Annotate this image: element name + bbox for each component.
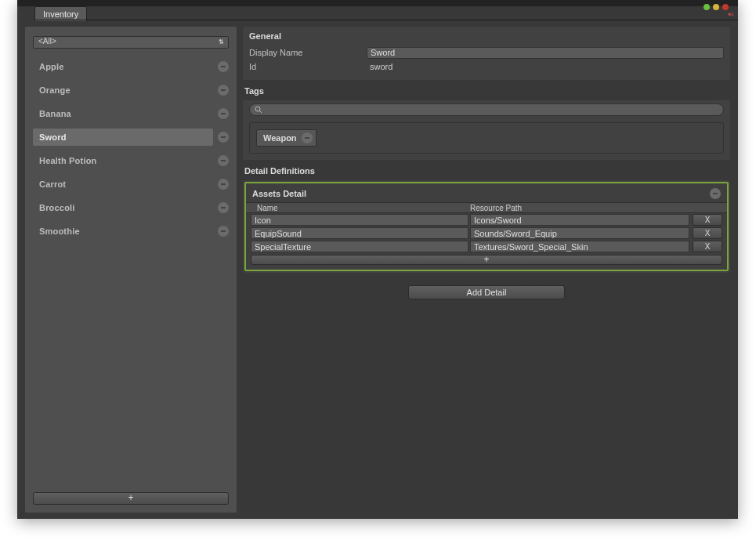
top-toolbar bbox=[17, 0, 738, 6]
svg-point-8 bbox=[255, 107, 260, 111]
status-dot-red[interactable] bbox=[722, 4, 729, 10]
remove-item-button[interactable] bbox=[218, 85, 229, 96]
display-name-label: Display Name bbox=[249, 48, 367, 57]
id-value: sword bbox=[367, 62, 724, 71]
remove-item-button[interactable] bbox=[218, 179, 229, 190]
tags-title: Tags bbox=[243, 83, 730, 100]
svg-rect-3 bbox=[221, 136, 226, 138]
svg-rect-6 bbox=[221, 207, 226, 208]
filter-value: <All> bbox=[33, 36, 229, 49]
general-section: General Display Name Id sword bbox=[243, 27, 730, 80]
svg-rect-2 bbox=[221, 113, 226, 114]
sidebar-row: Sword bbox=[33, 125, 229, 149]
tags-section: Weapon bbox=[243, 100, 730, 160]
sidebar-row: Health Potion bbox=[33, 149, 229, 172]
tag-search-input[interactable] bbox=[249, 103, 724, 116]
sidebar-item[interactable]: Carrot bbox=[33, 176, 213, 193]
sidebar-item[interactable]: Apple bbox=[33, 58, 213, 75]
assets-detail-panel: Assets Detail Name Resource Path XXX + bbox=[244, 182, 729, 271]
status-dot-green[interactable] bbox=[704, 4, 710, 10]
detail-definitions-title: Detail Definitions bbox=[243, 163, 730, 180]
svg-rect-7 bbox=[221, 230, 226, 232]
svg-rect-5 bbox=[221, 183, 226, 185]
remove-item-button[interactable] bbox=[218, 226, 229, 237]
remove-panel-button[interactable] bbox=[710, 188, 721, 199]
window-menu-icon[interactable]: ▾≡ bbox=[728, 11, 733, 18]
asset-name-input[interactable] bbox=[251, 227, 468, 239]
tab-strip: Inventory bbox=[34, 6, 87, 20]
sidebar: <All> ⇅ AppleOrangeBananaSwordHealth Pot… bbox=[25, 27, 237, 513]
remove-item-button[interactable] bbox=[218, 202, 229, 213]
editor-window: Inventory ▾≡ <All> ⇅ AppleOrangeBananaSw… bbox=[17, 0, 738, 519]
item-list: AppleOrangeBananaSwordHealth PotionCarro… bbox=[33, 55, 229, 492]
asset-name-input[interactable] bbox=[251, 214, 468, 226]
sidebar-row: Broccoli bbox=[33, 196, 229, 219]
add-detail-button[interactable]: Add Detail bbox=[408, 285, 565, 299]
sidebar-item[interactable]: Orange bbox=[33, 82, 213, 99]
table-row: X bbox=[246, 227, 727, 240]
table-row: X bbox=[246, 240, 727, 253]
filter-dropdown[interactable]: <All> ⇅ bbox=[33, 36, 229, 49]
assets-table-header: Name Resource Path bbox=[246, 202, 727, 213]
asset-name-input[interactable] bbox=[251, 241, 468, 252]
sidebar-item[interactable]: Smoothie bbox=[33, 223, 213, 240]
id-label: Id bbox=[249, 62, 367, 71]
asset-path-input[interactable] bbox=[470, 227, 689, 239]
asset-path-input[interactable] bbox=[470, 214, 689, 226]
remove-item-button[interactable] bbox=[218, 132, 229, 143]
display-name-input[interactable] bbox=[367, 47, 724, 59]
detail-definitions-section: Assets Detail Name Resource Path XXX + bbox=[243, 180, 730, 273]
add-asset-row-button[interactable]: + bbox=[251, 255, 722, 265]
delete-row-button[interactable]: X bbox=[693, 241, 722, 252]
svg-rect-0 bbox=[221, 66, 226, 67]
remove-tag-button[interactable] bbox=[302, 132, 313, 143]
add-item-button[interactable]: + bbox=[33, 492, 229, 505]
asset-path-input[interactable] bbox=[470, 241, 689, 252]
table-row: X bbox=[246, 213, 727, 227]
svg-rect-11 bbox=[713, 193, 718, 194]
sidebar-row: Carrot bbox=[33, 172, 229, 196]
svg-rect-10 bbox=[305, 137, 309, 139]
sidebar-item[interactable]: Health Potion bbox=[33, 152, 213, 169]
sidebar-item[interactable]: Broccoli bbox=[33, 199, 213, 216]
sidebar-row: Orange bbox=[33, 78, 229, 102]
status-dot-yellow[interactable] bbox=[713, 4, 719, 10]
svg-rect-1 bbox=[221, 89, 226, 91]
remove-item-button[interactable] bbox=[218, 108, 229, 119]
sidebar-row: Banana bbox=[33, 102, 229, 125]
svg-rect-4 bbox=[221, 160, 226, 161]
sidebar-row: Smoothie bbox=[33, 219, 229, 243]
details-pane: General Display Name Id sword Tags bbox=[240, 20, 738, 519]
column-path: Resource Path bbox=[470, 204, 721, 212]
assets-detail-title: Assets Detail bbox=[252, 189, 705, 198]
delete-row-button[interactable]: X bbox=[693, 227, 722, 239]
sidebar-row: Apple bbox=[33, 55, 229, 78]
window-controls bbox=[704, 4, 729, 10]
tag-chip[interactable]: Weapon bbox=[256, 129, 317, 147]
remove-item-button[interactable] bbox=[218, 61, 229, 72]
search-icon bbox=[255, 106, 262, 114]
assets-table-body: XXX bbox=[246, 213, 727, 253]
general-title: General bbox=[249, 30, 724, 45]
column-name: Name bbox=[252, 204, 470, 212]
sidebar-item[interactable]: Sword bbox=[33, 129, 213, 146]
remove-item-button[interactable] bbox=[218, 155, 229, 166]
delete-row-button[interactable]: X bbox=[693, 214, 722, 226]
tag-container: Weapon bbox=[249, 122, 724, 154]
tag-label: Weapon bbox=[263, 133, 297, 143]
svg-line-9 bbox=[259, 111, 262, 113]
sidebar-item[interactable]: Banana bbox=[33, 105, 213, 122]
